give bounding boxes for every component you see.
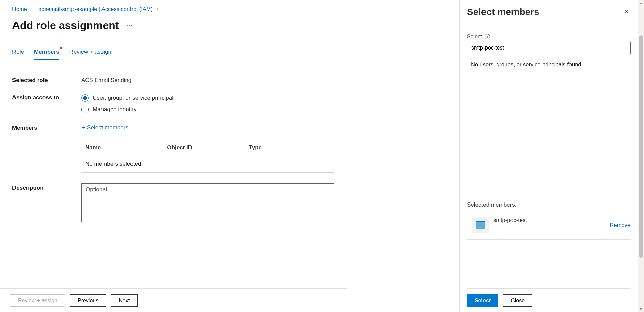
members-table-header: Name Object ID Type — [81, 139, 334, 156]
panel-close-button[interactable]: Close — [503, 294, 532, 307]
assign-access-radio-group: User, group, or service principal Manage… — [81, 94, 334, 113]
form-section: Selected role ACS Email Sending Assign a… — [12, 77, 334, 222]
description-textarea[interactable] — [81, 183, 334, 222]
scroll-up-icon[interactable]: ▲ — [638, 0, 644, 6]
radio-user-group-sp-label: User, group, or service principal — [93, 95, 173, 101]
info-icon[interactable]: i — [485, 34, 490, 39]
more-icon[interactable]: ··· — [127, 22, 133, 29]
col-object-id: Object ID — [167, 144, 248, 151]
vertical-scrollbar[interactable]: ▲ ▼ — [638, 0, 644, 312]
scroll-down-icon[interactable]: ▼ — [638, 306, 644, 312]
members-table: Name Object ID Type No members selected — [81, 139, 334, 173]
radio-user-group-sp[interactable]: User, group, or service principal — [81, 94, 334, 102]
panel-body: Select i No users, groups, or service pr… — [467, 34, 638, 312]
tab-review-assign[interactable]: Review + assign — [69, 49, 111, 60]
col-type: Type — [249, 144, 330, 151]
radio-unselected-icon — [81, 106, 89, 113]
modified-indicator-icon — [60, 47, 62, 49]
plus-icon: + — [81, 124, 85, 131]
breadcrumb-resource[interactable]: acsemail-smtp-example | Access control (… — [38, 6, 153, 12]
selected-member-row: smtp-poc-test Remove — [467, 214, 631, 240]
col-name: Name — [85, 144, 167, 151]
select-field-label: Select i — [467, 34, 631, 40]
tabs: Role Members Review + assign — [12, 49, 334, 61]
app-registration-icon — [472, 217, 489, 233]
panel-footer: Select Close — [467, 288, 631, 312]
review-assign-button[interactable]: Review + assign — [10, 294, 65, 307]
radio-managed-identity[interactable]: Managed identity — [81, 106, 334, 113]
page-title-row: Add role assignment ··· — [12, 19, 334, 32]
members-empty-text: No members selected — [85, 161, 167, 167]
selected-role-label: Selected role — [12, 77, 81, 84]
tab-members[interactable]: Members — [34, 49, 59, 60]
no-results-message: No users, groups, or service principals … — [467, 54, 631, 75]
panel-select-button[interactable]: Select — [467, 294, 498, 307]
member-search-input[interactable] — [467, 42, 631, 54]
radio-selected-icon — [81, 94, 89, 102]
description-label: Description — [12, 183, 81, 222]
remove-member-link[interactable]: Remove — [610, 222, 631, 228]
page-title: Add role assignment — [12, 19, 119, 32]
breadcrumb: Home 〉 acsemail-smtp-example | Access co… — [12, 6, 334, 12]
chevron-right-icon: 〉 — [30, 6, 35, 12]
select-members-link[interactable]: + Select members — [81, 124, 334, 131]
assign-access-label: Assign access to — [12, 94, 81, 113]
select-label-text: Select — [467, 34, 482, 40]
tab-members-label: Members — [34, 49, 59, 55]
tab-role[interactable]: Role — [12, 49, 24, 60]
select-members-link-text: Select members — [87, 124, 128, 131]
panel-title: Select members — [467, 7, 539, 18]
members-table-empty-row: No members selected — [81, 156, 334, 173]
close-icon[interactable]: ✕ — [623, 7, 631, 17]
selected-member-name: smtp-poc-test — [493, 217, 605, 223]
next-button[interactable]: Next — [111, 294, 138, 307]
main-footer-bar: Review + assign Previous Next — [0, 288, 347, 312]
selected-role-value: ACS Email Sending — [81, 77, 334, 84]
radio-managed-identity-label: Managed identity — [93, 106, 136, 113]
breadcrumb-home[interactable]: Home — [12, 6, 27, 12]
select-members-panel: Select members ✕ Select i No users, grou… — [459, 0, 638, 312]
scroll-thumb[interactable] — [639, 35, 643, 258]
members-label: Members — [12, 124, 81, 131]
previous-button[interactable]: Previous — [70, 294, 106, 307]
selected-members-label: Selected members: — [467, 201, 631, 208]
main-content: Home 〉 acsemail-smtp-example | Access co… — [0, 0, 347, 312]
chevron-right-icon: 〉 — [156, 6, 161, 12]
panel-header: Select members ✕ — [467, 7, 638, 18]
